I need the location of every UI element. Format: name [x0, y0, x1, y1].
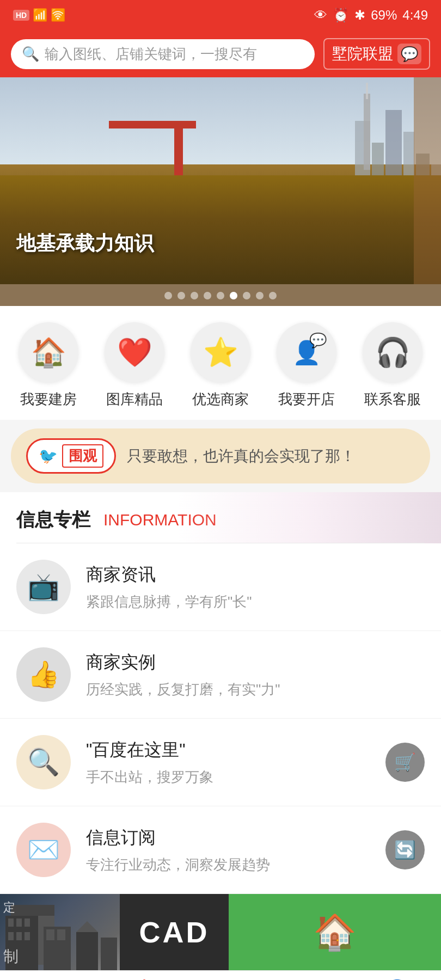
cat-merchant-icon: ⭐	[191, 322, 250, 382]
banner-carousel[interactable]: 地基承载力知识	[0, 77, 441, 306]
svg-rect-8	[46, 929, 54, 940]
ground	[0, 175, 441, 284]
tab-mine[interactable]: 👤 我的	[353, 971, 441, 980]
banner-image: 地基承载力知识	[0, 77, 441, 284]
cad-label: CAD	[139, 915, 210, 949]
info-item-title-4: 信息订阅	[86, 826, 370, 850]
cat-service[interactable]: 🎧 联系客服	[363, 322, 422, 409]
info-header: 信息专栏 INFORMATION	[0, 492, 441, 543]
cat-build-label: 我要建房	[20, 390, 77, 409]
tab-buy[interactable]: 🛒 购图	[88, 971, 176, 980]
info-item-merchant-case[interactable]: 👍 商家实例 历经实践，反复打磨，有实"力"	[0, 631, 441, 719]
dot-1[interactable]	[164, 292, 172, 299]
cat-gallery[interactable]: ❤️ 图库精品	[105, 322, 164, 409]
svg-rect-6	[24, 932, 30, 940]
cat-gallery-icon: ❤️	[105, 322, 164, 382]
info-item-title-3: "百度在这里"	[86, 738, 370, 762]
status-left: HD 📶 🛜	[13, 8, 65, 22]
cat-build-icon: 🏠	[19, 322, 78, 382]
promo-strip[interactable]: 🐦 围观 只要敢想，也许真的会实现了那！	[11, 428, 430, 483]
info-title-cn: 信息专栏	[16, 507, 90, 532]
cart-action-btn[interactable]: 🛒	[385, 743, 425, 782]
battery-text: 69%	[371, 8, 397, 23]
search-bar: 🔍 输入图纸、店铺关键词，一搜尽有 墅院联盟 💬	[0, 30, 441, 77]
bluetooth-icon: ✱	[354, 8, 365, 23]
cat-gallery-label: 图库精品	[106, 390, 163, 409]
home-bottom-icon: 🏠	[313, 912, 357, 953]
cat-service-label: 联系客服	[364, 390, 421, 409]
time-display: 4:49	[402, 8, 428, 23]
cat-shop-label: 我要开店	[278, 390, 335, 409]
tab-bar: ⌂ 首页 🛒 购图 ◎ 建房 ⊞ 风格 👤 我的	[0, 970, 441, 980]
alarm-icon: ⏰	[333, 8, 349, 23]
info-text-4: 信息订阅 专注行业动态，洞察发展趋势	[86, 826, 370, 874]
banner-right-peek	[414, 77, 441, 284]
cat-shop-icon: 👤 💬	[277, 322, 336, 382]
banner-caption: 地基承载力知识	[16, 230, 154, 257]
wifi-icon: 🛜	[51, 8, 65, 22]
cat-build[interactable]: 🏠 我要建房	[19, 322, 78, 409]
alliance-label: 墅院联盟	[332, 44, 393, 64]
info-text-3: "百度在这里" 手不出站，搜罗万象	[86, 738, 370, 787]
info-item-merchant-news[interactable]: 📺 商家资讯 紧跟信息脉搏，学有所"长"	[0, 543, 441, 631]
cat-shop[interactable]: 👤 💬 我要开店	[277, 322, 336, 409]
info-text-2: 商家实例 历经实践，反复打磨，有实"力"	[86, 651, 425, 699]
info-text-1: 商家资讯 紧跟信息脉搏，学有所"长"	[86, 563, 425, 611]
svg-rect-3	[24, 918, 30, 927]
dot-9[interactable]	[269, 292, 277, 299]
svg-rect-12	[101, 938, 117, 970]
svg-rect-9	[57, 929, 65, 940]
tab-build[interactable]: ◎ 建房	[176, 971, 265, 980]
svg-rect-2	[16, 918, 22, 927]
info-item-baidu[interactable]: 🔍 "百度在这里" 手不出站，搜罗万象 🛒	[0, 719, 441, 806]
home-section[interactable]: 🏠	[229, 894, 441, 970]
building-svg	[0, 905, 120, 970]
badge-text: 围观	[62, 444, 103, 468]
svg-marker-11	[76, 921, 98, 932]
info-item-title-2: 商家实例	[86, 651, 425, 675]
search-icon: 🔍	[22, 46, 39, 63]
crane-arm	[109, 121, 196, 128]
svg-rect-4	[8, 932, 14, 940]
svg-rect-10	[76, 932, 98, 970]
status-bar: HD 📶 🛜 👁 ⏰ ✱ 69% 4:49	[0, 0, 441, 30]
dot-3[interactable]	[191, 292, 198, 299]
svg-rect-5	[16, 932, 22, 940]
info-item-subtitle-2: 历经实践，反复打磨，有实"力"	[86, 680, 425, 699]
status-right: 👁 ⏰ ✱ 69% 4:49	[314, 8, 428, 23]
svg-rect-1	[8, 918, 14, 927]
dot-8[interactable]	[256, 292, 264, 299]
dot-5[interactable]	[217, 292, 224, 299]
bottom-promo-banner[interactable]: 定 CAD 🏠	[0, 894, 441, 970]
dot-6[interactable]	[230, 292, 237, 299]
cat-merchant-label: 优选商家	[192, 390, 249, 409]
building-thumbnail: 定	[0, 894, 120, 970]
carousel-dots[interactable]	[164, 292, 277, 299]
tab-mine-icon: 👤	[382, 978, 412, 981]
dot-4[interactable]	[204, 292, 211, 299]
tv-icon-wrap: 📺	[16, 560, 71, 614]
search-input-wrap[interactable]: 🔍 输入图纸、店铺关键词，一搜尽有	[11, 39, 315, 69]
tv-tower	[364, 94, 370, 170]
category-row: 🏠 我要建房 ❤️ 图库精品 ⭐ 优选商家 👤 💬 我要开店 🎧 联系客服	[0, 306, 441, 420]
dot-2[interactable]	[177, 292, 185, 299]
cad-section[interactable]: CAD	[120, 894, 229, 970]
info-item-subscribe[interactable]: ✉️ 信息订阅 专注行业动态，洞察发展趋势 🔄	[0, 806, 441, 894]
tab-home[interactable]: ⌂ 首页	[0, 971, 88, 980]
promo-text: 只要敢想，也许真的会实现了那！	[127, 446, 356, 467]
info-item-subtitle-1: 紧跟信息脉搏，学有所"长"	[86, 592, 425, 611]
tab-style[interactable]: ⊞ 风格	[265, 971, 353, 980]
cat-merchant[interactable]: ⭐ 优选商家	[191, 322, 250, 409]
eye-icon: 👁	[314, 8, 327, 23]
info-section: 信息专栏 INFORMATION 📺 商家资讯 紧跟信息脉搏，学有所"长" 👍 …	[0, 492, 441, 894]
search-placeholder: 输入图纸、店铺关键词，一搜尽有	[45, 45, 257, 64]
alliance-button[interactable]: 墅院联盟 💬	[323, 38, 430, 70]
dot-7[interactable]	[243, 292, 250, 299]
promo-badge: 🐦 围观	[26, 438, 116, 474]
info-item-subtitle-3: 手不出站，搜罗万象	[86, 768, 370, 787]
network-icon: 📶	[33, 8, 47, 22]
refresh-action-btn[interactable]: 🔄	[385, 830, 425, 869]
info-title-en: INFORMATION	[103, 511, 217, 529]
info-item-title-1: 商家资讯	[86, 563, 425, 587]
search-icon-wrap: 🔍	[16, 735, 71, 789]
